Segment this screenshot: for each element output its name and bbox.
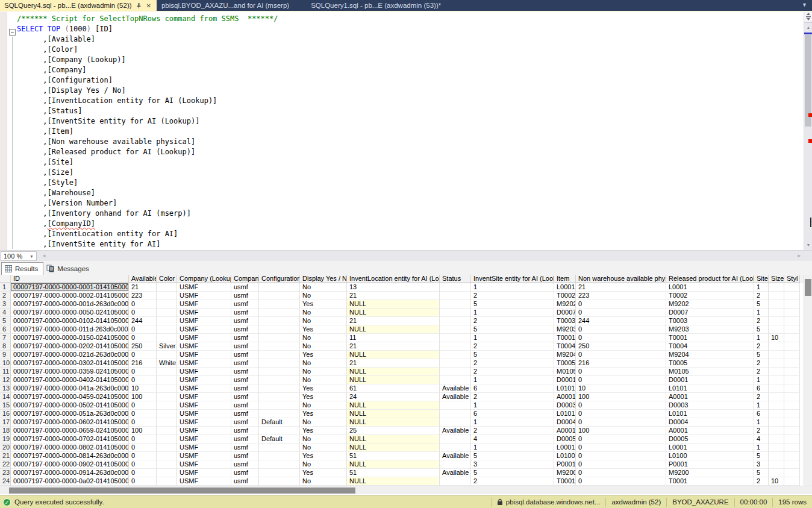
grid-cell[interactable]	[259, 393, 300, 401]
grid-cell[interactable]: 4	[754, 435, 769, 444]
column-header[interactable]: Site	[754, 275, 769, 283]
grid-cell[interactable]: No	[300, 368, 347, 376]
grid-cell[interactable]: 00007197-0000-0000-011d-263d0c000000	[11, 325, 129, 334]
grid-cell[interactable]	[259, 334, 300, 342]
row-number[interactable]: 21	[0, 452, 11, 460]
grid-cell[interactable]: 00007197-0000-0000-0914-263d0c000000	[11, 469, 129, 477]
grid-cell[interactable]: 11	[347, 334, 440, 342]
grid-cell[interactable]: NULL	[347, 368, 440, 376]
column-header[interactable]: Company	[231, 275, 259, 283]
scroll-down-icon[interactable]: ▼	[804, 241, 812, 249]
grid-cell[interactable]: 00007197-0000-0000-0502-014105000000	[11, 401, 129, 410]
grid-cell[interactable]	[769, 393, 784, 401]
grid-cell[interactable]: 10	[769, 334, 784, 342]
grid-cell[interactable]: USMF	[177, 435, 231, 444]
grid-cell[interactable]	[769, 359, 784, 368]
grid-cell[interactable]: A0001	[554, 427, 576, 435]
row-number[interactable]: 13	[0, 384, 11, 393]
grid-cell[interactable]: 00007197-0000-0000-0659-024105000000	[11, 427, 129, 435]
grid-cell[interactable]: L0001	[666, 444, 754, 452]
grid-cell[interactable]	[784, 317, 800, 325]
grid-cell[interactable]: NULL	[347, 300, 440, 309]
grid-cell[interactable]: 21	[347, 359, 440, 368]
sql-code[interactable]: /****** Script for SelectTopNRows comman…	[17, 14, 800, 249]
grid-cell[interactable]: USMF	[177, 376, 231, 384]
grid-cell[interactable]	[157, 427, 177, 435]
grid-cell[interactable]: USMF	[177, 393, 231, 401]
grid-cell[interactable]: 2	[754, 359, 769, 368]
grid-cell[interactable]	[157, 325, 177, 334]
grid-cell[interactable]: 0	[129, 444, 157, 452]
grid-cell[interactable]	[259, 452, 300, 460]
grid-cell[interactable]: 0	[576, 452, 666, 460]
row-number[interactable]: 24	[0, 477, 11, 486]
grid-cell[interactable]: 5	[754, 325, 769, 334]
grid-cell[interactable]: T0001	[554, 477, 576, 486]
grid-cell[interactable]: 1	[754, 418, 769, 427]
grid-cell[interactable]: Yes	[300, 452, 347, 460]
grid-cell[interactable]: 6	[471, 384, 554, 393]
grid-cell[interactable]: 21	[129, 283, 157, 292]
grid-cell[interactable]: 00007197-0000-0000-0202-014105000000	[11, 342, 129, 351]
grid-cell[interactable]: 6	[471, 410, 554, 418]
grid-cell[interactable]: 1	[754, 376, 769, 384]
grid-cell[interactable]	[784, 376, 800, 384]
grid-cell[interactable]	[769, 410, 784, 418]
grid-cell[interactable]: Available	[440, 384, 471, 393]
grid-cell[interactable]: D0005	[666, 435, 754, 444]
grid-cell[interactable]: 21	[576, 283, 666, 292]
grid-cell[interactable]	[440, 460, 471, 469]
grid-cell[interactable]: No	[300, 334, 347, 342]
grid-cell[interactable]: 0	[576, 300, 666, 309]
grid-cell[interactable]	[259, 317, 300, 325]
grid-cell[interactable]	[784, 292, 800, 300]
grid-cell[interactable]	[157, 452, 177, 460]
sql-editor[interactable]: − /****** Script for SelectTopNRows comm…	[0, 12, 812, 250]
grid-cell[interactable]: L0001	[554, 444, 576, 452]
grid-cell[interactable]: P0001	[554, 460, 576, 469]
grid-cell[interactable]: No	[300, 342, 347, 351]
grid-cell[interactable]: USMF	[177, 309, 231, 317]
grid-cell[interactable]	[769, 300, 784, 309]
grid-cell[interactable]: USMF	[177, 460, 231, 469]
grid-cell[interactable]: 21	[347, 292, 440, 300]
grid-cell[interactable]: 0	[576, 334, 666, 342]
row-number[interactable]: 23	[0, 469, 11, 477]
grid-cell[interactable]: NULL	[347, 325, 440, 334]
grid-cell[interactable]	[157, 469, 177, 477]
grid-cell[interactable]	[769, 427, 784, 435]
grid-cell[interactable]	[440, 418, 471, 427]
grid-cell[interactable]	[784, 418, 800, 427]
grid-cell[interactable]: T0001	[554, 334, 576, 342]
grid-cell[interactable]: 00007197-0000-0000-0150-024105000000	[11, 334, 129, 342]
row-number[interactable]: 4	[0, 309, 11, 317]
grid-cell[interactable]	[784, 342, 800, 351]
grid-cell[interactable]: 00007197-0000-0000-0050-024105000000	[11, 309, 129, 317]
grid-cell[interactable]: 4	[471, 435, 554, 444]
grid-cell[interactable]	[259, 283, 300, 292]
grid-cell[interactable]: USMF	[177, 292, 231, 300]
row-number[interactable]: 9	[0, 351, 11, 359]
grid-cell[interactable]: 0	[129, 435, 157, 444]
grid-cell[interactable]: D0004	[666, 418, 754, 427]
grid-cell[interactable]: M0105	[554, 368, 576, 376]
column-header[interactable]: Company (Lookup)	[177, 275, 231, 283]
row-number[interactable]: 12	[0, 376, 11, 384]
row-number[interactable]: 11	[0, 368, 11, 376]
row-number[interactable]: 6	[0, 325, 11, 334]
grid-cell[interactable]	[157, 283, 177, 292]
grid-cell[interactable]: 00007197-0000-0000-0602-014105000000	[11, 418, 129, 427]
grid-cell[interactable]: 250	[129, 342, 157, 351]
grid-cell[interactable]	[259, 351, 300, 359]
grid-cell[interactable]: 0	[576, 477, 666, 486]
grid-cell[interactable]: M9202	[666, 300, 754, 309]
grid-cell[interactable]	[769, 376, 784, 384]
grid-cell[interactable]	[440, 359, 471, 368]
grid-cell[interactable]	[157, 444, 177, 452]
grid-cell[interactable]: D0003	[666, 401, 754, 410]
grid-cell[interactable]: 3	[754, 460, 769, 469]
grid-cell[interactable]: Yes	[300, 384, 347, 393]
grid-cell[interactable]: L0101	[554, 410, 576, 418]
column-header[interactable]: Item	[554, 275, 576, 283]
grid-cell[interactable]	[440, 368, 471, 376]
